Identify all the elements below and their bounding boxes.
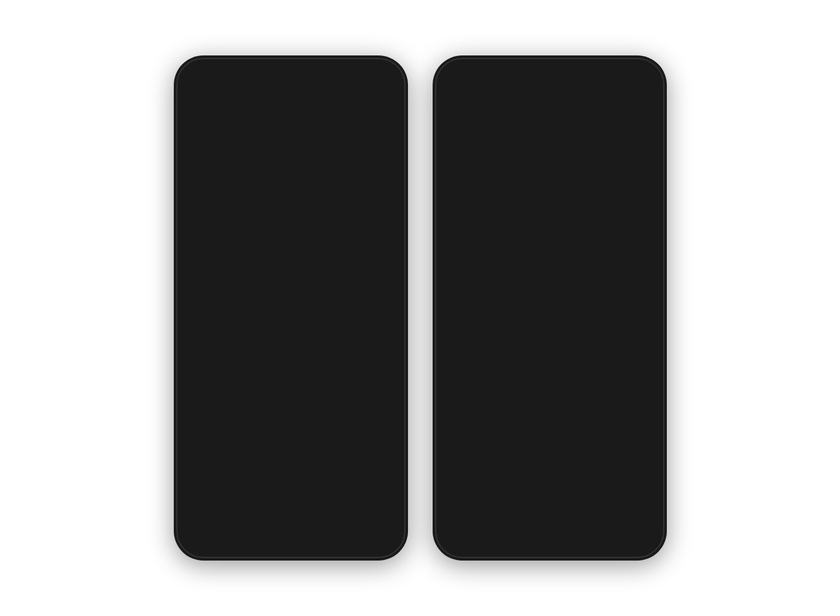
tags-row-1: Sports xyxy=(182,379,399,405)
game-card-bloons-2[interactable]: 🐵 Bloons TD 6 4.8★ $4.99 xyxy=(451,230,507,317)
game-card-bloons-1[interactable]: 🐵 Bloons TD 6 4.8★ $4.99 xyxy=(192,230,248,317)
section-header-1: You might also like → xyxy=(192,210,389,223)
stat-age-2: E Everyone ⓘ xyxy=(583,410,648,431)
wifi-icon-2: ▾ xyxy=(629,69,634,78)
status-time-1: 5:06 xyxy=(195,69,211,78)
app-header-2: Touchgrind BMX Illusion Labs In-app purc… xyxy=(441,108,658,169)
rec-icon: ⏺ xyxy=(348,70,360,78)
app-developer: Illusion Labs xyxy=(504,136,648,145)
section-arrow-1[interactable]: → xyxy=(378,210,389,223)
more-button-2[interactable]: ⋮ xyxy=(631,83,651,103)
section-header-2: You might also like → xyxy=(451,210,648,223)
stat-rating-value-1: 3.9★ xyxy=(192,410,258,421)
back-button-2[interactable]: ← xyxy=(449,83,468,103)
tag-stunt-2[interactable]: Stunt driving xyxy=(537,383,595,399)
dnd-icon: ⊖ xyxy=(362,70,368,78)
play-store-icon xyxy=(491,476,502,487)
game-card-slug-2[interactable]: ⚡ Slugterra: Slug it Out 2 4.8★ xyxy=(513,230,568,317)
status-icons-2: ⏺ ⊖ ▾ 🔋 xyxy=(607,69,646,78)
rec-icon-2: ⏺ xyxy=(607,70,619,78)
stat-dl-label-2: Downloads xyxy=(517,422,582,429)
stat-age-label-1: Everyone ⓘ xyxy=(324,422,389,431)
app-inapp: In-app purchases xyxy=(504,147,648,155)
screenshot-text-1: Naturalcontrols xyxy=(364,477,383,489)
section-title-2: You might also like xyxy=(451,211,535,222)
section-arrow-2[interactable]: → xyxy=(637,210,648,223)
app-header-1: Touchgrind BMX 44% of 127 MB 🛡 Verified … xyxy=(182,108,399,169)
shield-icon: 🛡 xyxy=(245,148,253,156)
stat-downloads-2: 10M+ Downloads xyxy=(517,410,582,431)
toast-icon xyxy=(487,473,505,490)
status-icons-1: ⏺ ⊖ ▾ 🔋 xyxy=(348,69,387,78)
game-card-slug-1[interactable]: ⚡ Slugterra: Slug it Out 2 4.7★ xyxy=(254,230,309,317)
tag-sports-2[interactable]: Sports xyxy=(451,383,489,399)
app-icon-circle-1 xyxy=(192,115,237,160)
dnd-icon-2: ⊖ xyxy=(621,70,627,78)
game-rating-slug-1: 4.7★ xyxy=(254,309,309,317)
stat-rating-1: 3.9★ 697K reviews xyxy=(192,410,258,431)
game-name-slug-2: Slugterra: Slug it Out 2 xyxy=(513,290,568,307)
stat-dl-value-2: 10M+ xyxy=(517,410,582,421)
tag-ca-2[interactable]: Ca xyxy=(599,383,624,399)
play-button-2[interactable]: Play xyxy=(553,172,648,195)
app-title-2: Touchgrind BMX xyxy=(504,120,648,135)
game-name-stress-1: Antistress - relaxation toys xyxy=(316,290,371,307)
stat-rating-2: 3.8★ 53K reviews xyxy=(451,410,516,431)
stat-age-value-2: E xyxy=(583,410,648,421)
app-title-1: Touchgrind BMX xyxy=(245,119,389,134)
progress-label: 44% of 127 MB xyxy=(245,136,389,145)
game-name-slug-1: Slugterra: Slug it Out 2 xyxy=(254,290,309,307)
touch-logo-1: TOUCHGRIND xyxy=(197,452,238,480)
search-button-2[interactable]: 🔍 xyxy=(611,83,631,103)
game-card-w-1[interactable]: 🎮 W S xyxy=(377,230,389,317)
might-also-like-section-1: You might also like → 🐵 Bloons TD 6 4.8★… xyxy=(182,205,399,322)
about-title-2: About this game xyxy=(451,331,524,342)
tag-sports-1[interactable]: Sports xyxy=(192,383,230,399)
phone-screen-2: 4:18 ⏺ ⊖ ▾ 🔋 ← 🐾 🔍 ⋮ xyxy=(441,64,658,552)
about-arrow-1[interactable]: → xyxy=(378,330,389,343)
tag-racing-2[interactable]: Racing xyxy=(493,383,532,399)
cancel-button[interactable]: Cancel xyxy=(192,172,288,195)
stats-row-1: 3.9★ 697K reviews 10M+ Downloads E Every… xyxy=(182,405,399,439)
app-icon-img-2 xyxy=(451,115,495,160)
stat-dl-value-1: 10M+ xyxy=(258,410,324,421)
screenshot-text-2: Naturalcontrols xyxy=(622,477,642,489)
about-text-1: Get a maximized BMX experience with a re… xyxy=(192,351,389,375)
search-button-1[interactable]: 🔍 xyxy=(353,83,372,103)
more-button-1[interactable]: ⋮ xyxy=(372,83,392,103)
stat-age-label-2: Everyone ⓘ xyxy=(583,422,648,431)
stat-dl-label-1: Downloads xyxy=(258,422,324,429)
svg-marker-16 xyxy=(493,477,500,486)
pets-button[interactable]: 🐾 xyxy=(592,83,611,103)
bottom-indicator-1 xyxy=(260,498,322,501)
about-header-1: About this game → xyxy=(192,330,389,343)
game-name-stress-2: Antistress - relaxation toys xyxy=(574,290,630,307)
game-card-stress-1[interactable]: 📦 Antistress - relaxation toys 4.4★ xyxy=(316,230,371,317)
about-section-1: About this game → Get a maximized BMX ex… xyxy=(182,325,399,379)
phone-2: 4:18 ⏺ ⊖ ▾ 🔋 ← 🐾 🔍 ⋮ xyxy=(433,55,667,561)
verified-text: Verified by Play Protect xyxy=(255,148,332,156)
game-rating-stress-2: 4.6★ xyxy=(574,309,630,317)
battery-icon-1: 🔋 xyxy=(377,69,387,78)
back-button-1[interactable]: ← xyxy=(190,83,210,103)
wifi-icon-1: ▾ xyxy=(370,69,375,78)
game-thumb-stress-1: 📦 xyxy=(316,230,371,286)
uninstall-button[interactable]: Uninstall xyxy=(451,172,547,195)
game-rating-slug-2: 4.8★ xyxy=(513,309,568,317)
stat-downloads-1: 10M+ Downloads xyxy=(258,410,324,431)
game-thumb-w-1: 🎮 xyxy=(377,230,389,286)
tags-row-2: Sports Racing Stunt driving Ca xyxy=(441,379,658,405)
phone-screen-1: 5:06 ⏺ ⊖ ▾ 🔋 ← 🔍 ⋮ xyxy=(182,64,399,552)
game-name-bloons-2: Bloons TD 6 xyxy=(451,290,507,298)
screenshot-strip-1: TOUCHGRIND ✈️ Naturalcontrols xyxy=(192,439,389,494)
game-thumb-slug-1: ⚡ xyxy=(254,230,309,286)
about-arrow-2[interactable]: → xyxy=(637,330,648,343)
section-title-1: You might also like xyxy=(192,211,276,222)
game-card-w-2[interactable]: 🎮 W S xyxy=(636,230,648,317)
game-card-stress-2[interactable]: 📦 Antistress - relaxation toys 4.6★ xyxy=(574,230,630,317)
status-bar-1: 5:06 ⏺ ⊖ ▾ 🔋 xyxy=(182,64,399,81)
about-text-2: Get a maximized BMX experience with a re… xyxy=(451,351,648,375)
progress-ring-svg xyxy=(192,115,237,160)
action-buttons-2: Uninstall Play xyxy=(441,169,658,205)
about-header-2: About this game → xyxy=(451,330,648,343)
